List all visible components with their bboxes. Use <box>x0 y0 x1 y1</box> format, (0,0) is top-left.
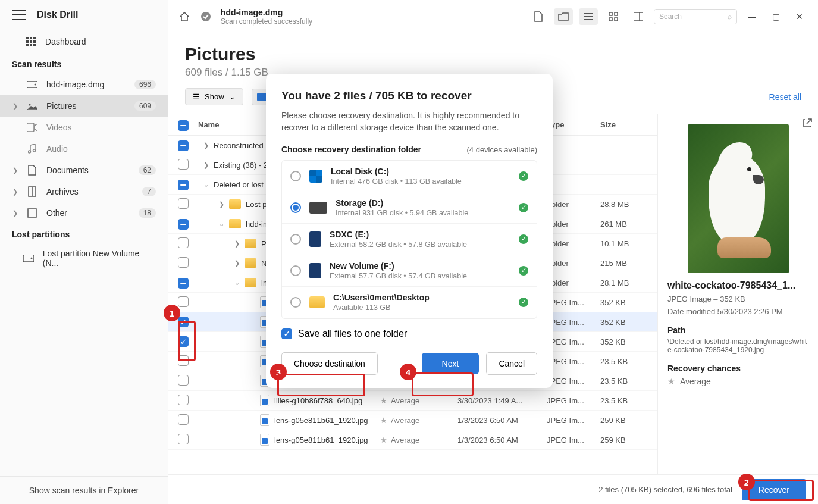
maximize-button[interactable]: ▢ <box>767 12 785 21</box>
next-button[interactable]: Next <box>422 353 479 374</box>
destination-name: New Volume (F:) <box>330 261 510 271</box>
drive-icon <box>309 170 322 183</box>
topbar: hdd-image.dmg Scan completed successfull… <box>168 0 818 33</box>
show-in-explorer-button[interactable]: Show scan results in Explorer <box>29 486 139 495</box>
row-size: 352 KB <box>600 318 648 327</box>
row-checkbox[interactable] <box>178 296 189 307</box>
svg-rect-31 <box>257 93 267 101</box>
sidebar-item-label: Lost partition New Volume (N... <box>43 249 156 268</box>
file-row[interactable]: lens-g05e811b61_1920.jpg★Average1/3/2023… <box>168 411 657 430</box>
svg-rect-25 <box>609 12 612 15</box>
choose-destination-button[interactable]: Choose destination <box>281 352 378 375</box>
archive-icon <box>26 186 38 198</box>
row-checkbox[interactable] <box>178 375 189 386</box>
reset-all-link[interactable]: Reset all <box>769 92 801 102</box>
col-size[interactable]: Size <box>600 120 648 129</box>
destination-sub: Internal 931 GB disk • 5.94 GB available <box>336 209 510 217</box>
sidebar-item-videos[interactable]: Videos <box>0 117 168 138</box>
file-row[interactable]: lilies-g10b86f788_640.jpg★Average3/30/20… <box>168 391 657 411</box>
row-checkbox[interactable] <box>178 395 189 405</box>
expand-icon[interactable]: ❯ <box>214 201 229 208</box>
sidebar-item-dashboard[interactable]: Dashboard <box>0 30 168 54</box>
sidebar-item-hdd-image[interactable]: hdd-image.dmg 696 <box>0 74 168 95</box>
row-size: 215 MB <box>600 259 648 268</box>
expand-icon[interactable]: ❯ <box>198 142 214 149</box>
minimize-button[interactable]: — <box>743 12 761 21</box>
external-link-icon[interactable] <box>803 118 812 128</box>
sidebar-item-pictures[interactable]: ❯ Pictures 609 <box>0 95 168 117</box>
collapse-icon[interactable]: ⌄ <box>198 181 214 189</box>
topbar-title: hdd-image.dmg <box>221 8 312 17</box>
row-checkbox[interactable] <box>178 159 189 170</box>
row-checkbox[interactable] <box>178 434 189 444</box>
row-date: 3/30/2023 1:49 A... <box>457 396 547 405</box>
sidebar-item-documents[interactable]: ❯ Documents 62 <box>0 159 168 181</box>
destination-item[interactable]: New Volume (F:)External 57.7 GB disk • 5… <box>282 255 537 287</box>
details-date: Date modified 5/30/2023 2:26 PM <box>667 307 808 316</box>
col-type[interactable]: Type <box>547 120 600 129</box>
row-checkbox[interactable] <box>178 198 189 209</box>
image-file-icon <box>260 414 269 426</box>
row-chance: ★Average <box>380 436 457 444</box>
panel-icon[interactable] <box>629 8 648 25</box>
row-chance: ★Average <box>380 396 457 405</box>
destination-radio[interactable] <box>290 265 301 276</box>
sidebar-item-audio[interactable]: Audio <box>0 138 168 159</box>
star-icon: ★ <box>380 396 387 405</box>
close-button[interactable]: ✕ <box>791 12 808 21</box>
row-checkbox[interactable] <box>178 278 189 289</box>
selection-info: 2 files (705 KB) selected, 696 files tot… <box>598 485 732 494</box>
expand-icon[interactable]: ❯ <box>229 240 245 248</box>
folder-icon[interactable] <box>554 8 573 25</box>
recover-button[interactable]: Recover <box>742 479 806 500</box>
row-chance: ★Average <box>380 416 457 425</box>
row-checkbox[interactable] <box>178 180 189 190</box>
expand-icon[interactable]: ❯ <box>198 161 214 169</box>
ok-icon: ✓ <box>519 171 528 181</box>
row-checkbox[interactable] <box>178 414 189 425</box>
hamburger-icon[interactable] <box>12 10 26 20</box>
sidebar-item-lost-partition[interactable]: Lost partition New Volume (N... <box>0 244 168 273</box>
show-filter-button[interactable]: ☰ Show ⌄ <box>185 88 243 105</box>
disk-icon <box>26 79 38 90</box>
ok-icon: ✓ <box>519 298 528 307</box>
row-type: JPEG Im... <box>547 357 600 366</box>
bottom-bar: 2 files (705 KB) selected, 696 files tot… <box>168 474 818 504</box>
row-checkbox[interactable]: ✓ <box>178 336 189 347</box>
sidebar-item-other[interactable]: ❯ Other 18 <box>0 202 168 224</box>
destination-item[interactable]: C:\Users\0ment\DesktopAvailable 113 GB✓ <box>282 287 537 318</box>
list-view-icon[interactable] <box>579 8 598 25</box>
destination-item[interactable]: Local Disk (C:)Internal 476 GB disk • 11… <box>282 161 537 192</box>
row-checkbox[interactable] <box>178 257 189 268</box>
destination-item[interactable]: Storage (D:)Internal 931 GB disk • 5.94 … <box>282 192 537 224</box>
row-checkbox[interactable]: ✓ <box>178 317 189 327</box>
destination-sub: Available 113 GB <box>333 303 510 312</box>
cancel-button[interactable]: Cancel <box>486 352 537 375</box>
destination-radio[interactable] <box>290 297 301 308</box>
row-checkbox[interactable] <box>178 219 189 230</box>
destination-sub: External 57.7 GB disk • 57.4 GB availabl… <box>330 272 510 280</box>
sidebar-item-label: Dashboard <box>45 37 86 46</box>
row-checkbox[interactable] <box>178 355 189 366</box>
destination-radio[interactable] <box>290 171 301 181</box>
row-checkbox[interactable] <box>178 140 189 151</box>
row-checkbox[interactable] <box>178 237 189 248</box>
collapse-icon[interactable]: ⌄ <box>229 279 245 287</box>
star-icon: ★ <box>380 416 387 425</box>
sidebar-item-archives[interactable]: ❯ Archives 7 <box>0 181 168 202</box>
save-all-checkbox[interactable]: ✓ <box>281 328 292 339</box>
file-row[interactable]: lens-g05e811b61_1920.jpg★Average1/3/2023… <box>168 430 657 450</box>
destination-radio[interactable] <box>290 202 301 213</box>
row-type: JPEG Im... <box>547 436 600 444</box>
home-icon[interactable] <box>178 10 191 23</box>
file-icon[interactable] <box>529 8 548 25</box>
search-input[interactable]: Search ⌕ <box>654 9 737 24</box>
ok-icon: ✓ <box>519 234 528 244</box>
select-all-checkbox[interactable] <box>178 120 189 131</box>
grid-view-icon[interactable] <box>604 8 623 25</box>
destination-name: SDXC (E:) <box>330 230 510 239</box>
expand-icon[interactable]: ❯ <box>229 259 245 267</box>
destination-item[interactable]: SDXC (E:)External 58.2 GB disk • 57.8 GB… <box>282 224 537 255</box>
collapse-icon[interactable]: ⌄ <box>214 220 229 228</box>
destination-radio[interactable] <box>290 234 301 245</box>
